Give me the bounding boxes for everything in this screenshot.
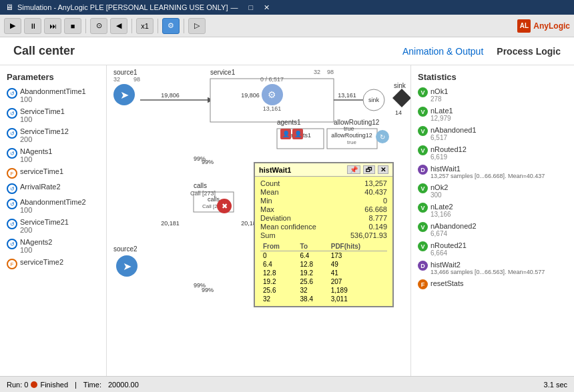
stat-icon-nok2: V bbox=[418, 183, 428, 193]
calls-icon[interactable]: ✖ bbox=[217, 199, 232, 213]
list-item: ↺ AbandonmentTime1 100 bbox=[7, 87, 99, 103]
stat-name-nlate1: nLate1 bbox=[431, 107, 453, 115]
service1-val: 0 / 6,517 bbox=[210, 76, 334, 83]
record-button[interactable]: ⊙ bbox=[90, 18, 107, 34]
param-name-10: serviceTime2 bbox=[20, 258, 63, 266]
param-icon-1: ↺ bbox=[7, 88, 17, 99]
process-logic-link[interactable]: Process Logic bbox=[497, 46, 561, 57]
svg-text:sink: sink bbox=[368, 97, 380, 103]
param-name-5: serviceTime1 bbox=[20, 167, 63, 175]
allow-routing12-val: true bbox=[344, 125, 354, 132]
list-item: V nLate2 13,166 bbox=[418, 203, 567, 218]
parameters-panel: Parameters ↺ AbandonmentTime1 100 ↺ Serv… bbox=[0, 65, 107, 376]
stat-name-resetstats: resetStats bbox=[431, 279, 464, 287]
service1-icon[interactable]: ⚙ bbox=[262, 84, 283, 105]
time-value: 20000.00 bbox=[108, 381, 139, 389]
back-button[interactable]: ◀ bbox=[110, 18, 127, 34]
param-name-3: ServiceTime12 bbox=[20, 127, 69, 135]
param-icon-6: ↺ bbox=[7, 183, 17, 194]
allow-routing12-label: allowRouting12 bbox=[334, 119, 379, 126]
source1-icon[interactable]: ➤ bbox=[113, 84, 135, 105]
navigation: Animation & Output Process Logic bbox=[402, 46, 561, 57]
maximize-button[interactable]: □ bbox=[246, 3, 256, 12]
agents1-icon-1[interactable]: 👤 bbox=[280, 129, 291, 139]
list-item: V nRouted21 6,664 bbox=[418, 241, 567, 257]
stat-icon-nlate1: V bbox=[418, 107, 428, 117]
list-item: V nOk1 278 bbox=[418, 87, 567, 103]
histogram-restore-button[interactable]: 🗗 bbox=[363, 165, 375, 174]
stat-name-nok1: nOk1 bbox=[431, 87, 448, 95]
list-item: ↺ NAgents1 100 bbox=[7, 147, 99, 163]
run-info: Run: 0 Finished bbox=[7, 381, 68, 389]
step-button[interactable]: ⏭ bbox=[44, 18, 61, 34]
param-icon-9: ↺ bbox=[7, 239, 17, 249]
play-button[interactable]: ▶ bbox=[4, 18, 21, 34]
list-item: F serviceTime1 bbox=[7, 167, 99, 179]
minimize-button[interactable]: — bbox=[228, 3, 240, 12]
source2-icon[interactable]: ➤ bbox=[116, 255, 137, 277]
stat-val-nabandoned2: 6,674 bbox=[431, 230, 477, 237]
title-bar: 🖥 Simulation - AnyLogic PLE [PERSONAL LE… bbox=[0, 0, 574, 15]
source1-val2: 98 bbox=[133, 76, 140, 83]
histogram-popup[interactable]: histWait1 📌 🗗 ✕ Count 13,257 Mean 40.437 bbox=[254, 162, 394, 307]
toolbar: ▶ ⏸ ⏭ ■ ⊙ ◀ x1 ⚙ ▷ AL AnyLogic bbox=[0, 15, 574, 37]
stat-name-histwait1: histWait1 bbox=[431, 165, 545, 173]
close-button[interactable]: ✕ bbox=[261, 3, 272, 12]
parameters-title: Parameters bbox=[7, 72, 99, 82]
stat-detail-histwait1: 13,257 samples [0...66.668]. Mean=40.437 bbox=[431, 173, 545, 179]
param-name-6: ArrivalRate2 bbox=[20, 183, 61, 191]
speed-button[interactable]: x1 bbox=[136, 18, 154, 34]
allow-routing12-icon[interactable]: ↻ bbox=[376, 130, 389, 143]
stat-icon-nabandoned2: V bbox=[418, 222, 428, 232]
param-val-1: 100 bbox=[20, 95, 86, 103]
list-item: ↺ NAgents2 100 bbox=[7, 238, 99, 254]
run-label: Run: 0 bbox=[7, 381, 28, 389]
param-icon-2: ↺ bbox=[7, 108, 17, 119]
stat-icon-nrouted12: V bbox=[418, 145, 428, 155]
svg-text:19,806: 19,806 bbox=[161, 92, 180, 99]
param-val-4: 100 bbox=[20, 155, 52, 163]
list-item: F serviceTime2 bbox=[7, 258, 99, 269]
stat-icon-nrouted21: V bbox=[418, 241, 428, 251]
list-item: V nLate1 12,979 bbox=[418, 107, 567, 122]
settings-button[interactable]: ⚙ bbox=[162, 18, 180, 34]
stat-icon-nabandoned1: V bbox=[418, 126, 428, 136]
histogram-body: Count 13,257 Mean 40.437 Min 0 Max 66.66… bbox=[255, 177, 392, 306]
table-row: 19.225.6207 bbox=[260, 277, 387, 286]
list-item: V nAbandoned1 6,517 bbox=[418, 126, 567, 141]
stat-val-nlate2: 13,166 bbox=[431, 211, 453, 218]
stat-name-nabandoned2: nAbandoned2 bbox=[431, 222, 477, 230]
stat-val-nabandoned1: 6,517 bbox=[431, 134, 477, 141]
pause-button[interactable]: ⏸ bbox=[24, 18, 41, 34]
sink-label: sink bbox=[394, 82, 406, 89]
simulation-canvas[interactable]: 19,806 19,806 13,161 agents1 allowRoutin… bbox=[107, 65, 410, 376]
service1-label: service1 32 98 0 / 6,517 ⚙ 13,161 bbox=[210, 69, 334, 112]
table-row: 25.6321,189 bbox=[260, 286, 387, 295]
calls-label: calls bbox=[194, 182, 207, 189]
hist-stat-count: Count 13,257 bbox=[260, 179, 387, 187]
histogram-table: From To PDF(hits) 06.4173 6.412.849 12.8… bbox=[260, 242, 387, 303]
stat-icon-histwait1: D bbox=[418, 165, 428, 175]
hist-stat-min: Min 0 bbox=[260, 197, 387, 205]
list-item: F resetStats bbox=[418, 279, 567, 289]
animation-output-link[interactable]: Animation & Output bbox=[402, 46, 483, 57]
hist-stat-mean: Mean 40.437 bbox=[260, 188, 387, 196]
sink-val: 14 bbox=[395, 109, 402, 116]
calls-val: Call [273] bbox=[190, 190, 216, 197]
param-val-7: 100 bbox=[20, 206, 86, 214]
stat-name-nrouted21: nRouted21 bbox=[431, 241, 467, 249]
table-row: 6.412.849 bbox=[260, 260, 387, 269]
logo-text: AnyLogic bbox=[533, 21, 570, 31]
histogram-close-button[interactable]: ✕ bbox=[378, 165, 388, 174]
page-title: Call center bbox=[13, 44, 75, 58]
toolbar-separator-1 bbox=[85, 19, 86, 33]
param-val-3: 200 bbox=[20, 135, 69, 143]
stop-button[interactable]: ■ bbox=[64, 18, 81, 34]
agents1-icon-2[interactable]: 👤 bbox=[292, 129, 303, 139]
stat-icon-histwait2: D bbox=[418, 261, 428, 271]
step2-button[interactable]: ▷ bbox=[188, 18, 206, 34]
status-indicator bbox=[31, 381, 37, 388]
hist-stat-confidence: Mean confidence 0.149 bbox=[260, 223, 387, 231]
histogram-pin-button[interactable]: 📌 bbox=[347, 165, 360, 174]
agents1-icons[interactable]: 👤 👤 bbox=[280, 129, 303, 139]
